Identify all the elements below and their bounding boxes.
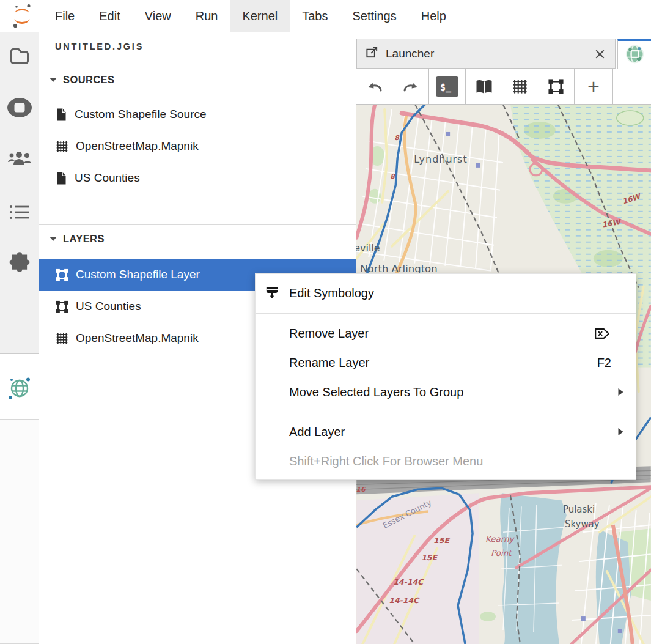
layer-label: Custom Shapefile Layer — [76, 268, 200, 281]
caret-down-icon — [50, 78, 57, 82]
context-item-label: Edit Symbology — [289, 286, 374, 300]
close-icon[interactable] — [594, 48, 606, 61]
add-vector-layer-button[interactable] — [538, 69, 574, 104]
map-label: Lyndhurst — [414, 154, 468, 165]
map-label: North Arlington — [360, 263, 437, 275]
submenu-arrow-icon — [618, 388, 623, 396]
map-label: Pulaski — [563, 504, 595, 515]
collaboration-users-icon[interactable] — [0, 150, 39, 168]
raster-grid-icon — [55, 331, 69, 346]
jgis-globe-icon — [623, 43, 646, 68]
sources-header-label: SOURCES — [63, 74, 114, 86]
file-icon — [55, 171, 68, 185]
jupyterlab-window: File Edit View Run Kernel Tabs Settings … — [0, 0, 651, 644]
context-item-browser-menu-hint: Shift+Right Click For Browser Menu — [256, 446, 636, 476]
context-item-label: Move Selected Layers To Group — [289, 385, 463, 399]
map-label: 15E — [433, 536, 450, 545]
identify-book-button[interactable] — [466, 69, 502, 104]
context-item-add-layer[interactable]: Add Layer — [256, 417, 636, 446]
menu-file[interactable]: File — [43, 0, 87, 32]
context-menu-separator — [256, 412, 636, 412]
context-item-label: Add Layer — [289, 425, 345, 439]
new-terminal-button[interactable]: $_ — [429, 69, 465, 104]
context-item-rename-layer[interactable]: Rename Layer F2 — [256, 348, 636, 377]
extensions-puzzle-icon[interactable] — [0, 251, 39, 272]
layers-header-label: LAYERS — [63, 233, 105, 245]
menu-kernel[interactable]: Kernel — [230, 0, 290, 32]
panel-title: UNTITLED.JGIS — [39, 32, 356, 61]
submenu-arrow-icon — [618, 428, 623, 436]
delete-icon — [593, 326, 611, 341]
layer-label: OpenStreetMap.Mapnik — [76, 331, 199, 345]
jupytergis-globe-icon[interactable] — [0, 375, 39, 402]
menu-bar: File Edit View Run Kernel Tabs Settings … — [0, 0, 651, 32]
layer-label: US Counties — [76, 300, 141, 313]
context-item-edit-symbology[interactable]: Edit Symbology — [256, 278, 636, 308]
map-label: 16 — [356, 486, 366, 494]
activity-bar — [0, 32, 39, 644]
map-label: eville — [356, 242, 380, 254]
source-item-custom-shapefile[interactable]: Custom Shapefile Source — [39, 98, 356, 130]
file-browser-icon[interactable] — [0, 46, 39, 65]
raster-grid-icon — [55, 139, 69, 154]
vector-square-icon — [55, 268, 69, 282]
source-label: US Counties — [75, 171, 140, 185]
jupytergis-logo-icon — [0, 0, 43, 32]
paint-brush-icon — [263, 285, 281, 302]
undo-button[interactable] — [356, 69, 392, 104]
table-of-contents-icon[interactable] — [0, 204, 39, 221]
tab-label: Launcher — [386, 47, 434, 61]
file-icon — [55, 108, 68, 122]
menu-run[interactable]: Run — [183, 0, 230, 32]
menu-settings[interactable]: Settings — [340, 0, 408, 32]
accelerator-f2: F2 — [597, 356, 611, 370]
add-raster-layer-button[interactable] — [502, 69, 538, 104]
context-item-move-to-group[interactable]: Move Selected Layers To Group — [256, 377, 636, 407]
tab-launcher[interactable]: Launcher — [356, 39, 616, 69]
add-button[interactable]: + — [575, 69, 612, 104]
context-item-remove-layer[interactable]: Remove Layer — [256, 319, 636, 348]
map-label: Point — [491, 548, 512, 558]
vector-square-icon — [55, 300, 69, 314]
source-label: Custom Shapefile Source — [75, 108, 206, 121]
map-label: Kearny — [485, 534, 515, 544]
jgis-toolbar: $_ — [356, 69, 651, 105]
menu-edit[interactable]: Edit — [87, 0, 132, 32]
map-label: 14-14C — [393, 577, 424, 587]
source-item-us-counties[interactable]: US Counties — [39, 162, 356, 194]
layers-section-header[interactable]: LAYERS — [39, 224, 356, 253]
launcher-icon — [365, 45, 379, 62]
map-label: 15E — [421, 553, 438, 562]
context-item-label: Rename Layer — [289, 356, 369, 370]
source-item-osm-mapnik[interactable]: OpenStreetMap.Mapnik — [39, 130, 356, 162]
context-item-label: Remove Layer — [289, 327, 369, 341]
menu-view[interactable]: View — [133, 0, 183, 32]
layer-context-menu: Edit Symbology Remove Layer Rename Layer… — [255, 273, 636, 480]
map-label: Skyway — [565, 519, 600, 530]
source-label: OpenStreetMap.Mapnik — [76, 139, 199, 153]
context-menu-separator — [256, 313, 636, 314]
activity-bar-section — [0, 32, 39, 354]
caret-down-icon — [50, 237, 57, 241]
map-label: 14-14C — [389, 596, 420, 605]
sources-list: Custom Shapefile Source OpenStreetMap.Ma… — [39, 98, 356, 194]
svg-text:$_: $_ — [440, 82, 452, 93]
context-item-label: Shift+Right Click For Browser Menu — [289, 454, 483, 468]
activity-bar-bottom-section — [0, 419, 39, 644]
menu-help[interactable]: Help — [409, 0, 458, 32]
tab-bar: Launcher — [356, 32, 651, 69]
menu-tabs[interactable]: Tabs — [290, 0, 340, 32]
redo-button[interactable] — [392, 69, 428, 104]
running-kernels-icon[interactable] — [0, 96, 39, 119]
tab-untitled-jgis[interactable] — [617, 39, 651, 69]
toolbar-separator — [612, 69, 613, 104]
sources-section-header[interactable]: SOURCES — [39, 61, 356, 98]
